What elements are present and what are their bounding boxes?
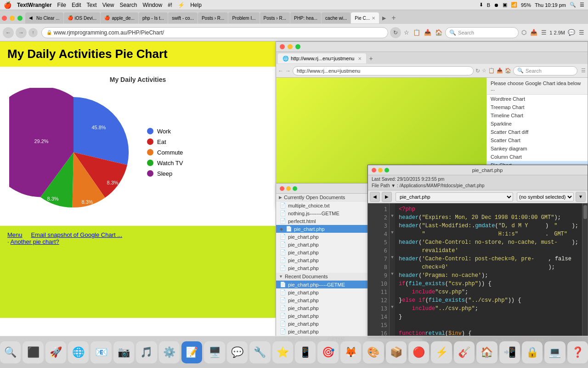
dock-mail[interactable]: 📧 [90,341,111,363]
dock-textwrangler[interactable]: 📝 [181,341,202,363]
dock-lock[interactable]: 🔒 [522,341,543,363]
menu-help[interactable]: Help [190,2,202,8]
extensions-icon[interactable]: ⬡ [520,28,527,37]
dock-target[interactable]: 🎯 [317,341,338,363]
dropdown-sankey[interactable]: Sankey diagram [487,144,588,153]
editor-filename-select[interactable]: pie_chart.php [396,192,513,201]
message-icon[interactable]: 💬 [567,28,576,37]
dock-itunes[interactable]: 🎵 [136,341,157,363]
dock-guitar[interactable]: 🎸 [454,341,475,363]
editor-next-btn[interactable]: ▶ [382,192,392,202]
editor-symbol-select[interactable]: (no symbol selected) [517,192,574,201]
overlay-new-tab[interactable]: + [367,55,374,62]
dock-box[interactable]: 📦 [386,341,407,363]
dock-bolt[interactable]: ⚡ [431,341,452,363]
tab-9[interactable]: cache wi... [322,12,351,23]
dock-sysprefs[interactable]: ⚙️ [159,341,180,363]
tab-4[interactable]: swift - co... [168,12,198,23]
code-area[interactable]: <?php header( "Expires: Mon, 20 Dec 1998… [395,203,582,348]
dock-firefox[interactable]: 🦊 [340,341,361,363]
tab-close-10[interactable]: ✕ [372,16,375,21]
dropdown-treemap[interactable]: Treemap Chart [487,103,588,111]
dock-star[interactable]: ⭐ [272,341,293,363]
fp-close[interactable] [280,186,284,191]
menu-bolt[interactable]: ⚡ [178,2,185,8]
menu-icon[interactable]: ☰ [540,28,548,37]
dock-mobile[interactable]: 📲 [499,341,520,363]
tab-3[interactable]: php - Is t... [139,12,168,23]
dock-phone[interactable]: 📱 [295,341,316,363]
dock-art[interactable]: 🎨 [363,341,384,363]
dropdown-sparkline[interactable]: Sparkline [487,120,588,128]
overlay-address-bar[interactable]: http://www.rj...enu=justmenu [293,66,474,75]
back-button[interactable]: ← [3,27,14,38]
fold-2[interactable]: ▼ [390,212,395,220]
tab-10[interactable]: Pie C... ✕ [351,12,379,23]
dropdown-column[interactable]: Column Chart [487,153,588,161]
share-button[interactable]: ↑ [28,28,38,37]
editor-prev-btn[interactable]: ◀ [370,192,380,202]
refresh-button[interactable]: ↻ [390,27,401,38]
window-maximize[interactable] [17,16,23,21]
dock-home2[interactable]: 🏠 [476,341,497,363]
editor-maximize[interactable] [384,168,389,172]
editor-scrollbar-thumb[interactable] [583,205,587,219]
search-bar[interactable]: 🔍 Search [445,27,519,38]
menu-hash[interactable]: #! [168,2,172,8]
fold-4[interactable]: ▼ [390,228,395,236]
bookmark-icon[interactable]: ☆ [403,28,410,37]
tab-5[interactable]: Posts › R... [198,12,228,23]
tab-0[interactable]: ◀ No Clear ... [25,12,63,23]
menu-edit[interactable]: Edit [72,2,81,8]
dock-safari[interactable]: 🌐 [68,341,89,363]
overlay-refresh[interactable]: ↻ [475,68,480,74]
dock-laptop[interactable]: 💻 [544,341,565,363]
menu-text[interactable]: Text [87,2,97,8]
overlay-save-icon[interactable]: 📥 [497,68,503,74]
menu-view[interactable]: View [102,2,114,8]
dropdown-wordtree[interactable]: Wordtree Chart [487,95,588,103]
fold-13[interactable]: ▼ [390,303,395,311]
tab-1[interactable]: 🍎 iOS Devi... [64,12,101,23]
fold-9[interactable]: ▼ [390,270,395,278]
email-link[interactable]: Email snapshot of Google Chart ... [31,231,122,238]
window-close[interactable] [2,16,7,21]
dropdown-timeline[interactable]: Timeline Chart [487,111,588,120]
editor-minimize[interactable] [378,168,383,172]
save-icon[interactable]: 📥 [423,28,432,37]
dock-messages[interactable]: 💬 [227,341,248,363]
fp-maximize[interactable] [293,186,297,191]
dropdown-scatter[interactable]: Scatter Chart [487,136,588,144]
menu-link[interactable]: Menu [7,231,23,238]
new-tab-button[interactable]: + [389,14,398,22]
apple-menu[interactable]: 🍎 [4,1,11,9]
overlay-search-bar[interactable]: 🔍 Search [513,66,577,75]
overlay-tab-main[interactable]: 🌐 http://www.rj...enu=justmenu ✕ [278,53,366,63]
fold-7[interactable]: ▼ [390,253,395,261]
tab-7[interactable]: Posts › R... [260,12,290,23]
menu-search[interactable]: Search [119,2,137,8]
overlay-menu-icon[interactable]: ☰ [581,68,586,74]
overlay-close[interactable] [280,44,285,49]
more-icon[interactable]: ☰ [578,28,585,37]
another-link[interactable]: Another pie chart? [11,238,59,245]
list-icon[interactable]: ☰ [580,2,584,8]
home-icon[interactable]: 🏠 [434,28,443,37]
overlay-bookmark-icon[interactable]: ☆ [482,68,486,74]
dock-finder[interactable]: 🔍 [0,341,21,363]
dock-mission[interactable]: ⬛ [23,341,43,363]
dock-launchpad[interactable]: 🚀 [45,341,66,363]
menu-file[interactable]: File [57,2,66,8]
search-menu-icon[interactable]: 🔍 [570,2,576,8]
overlay-tab-close[interactable]: ✕ [358,56,362,61]
reader-icon[interactable]: 📋 [412,28,421,37]
window-minimize[interactable] [10,16,15,21]
dock-xcode[interactable]: 🔧 [249,341,270,363]
tab-6[interactable]: Problem I... [228,12,259,23]
tab-2[interactable]: 🍎 apple_de... [101,12,138,23]
overlay-home-icon[interactable]: 🏠 [505,68,511,74]
forward-button[interactable]: → [16,27,27,38]
dock-facetime[interactable]: 📷 [113,341,134,363]
dock-iterm[interactable]: 🖥️ [204,341,225,363]
dock-question[interactable]: ❓ [567,341,588,363]
